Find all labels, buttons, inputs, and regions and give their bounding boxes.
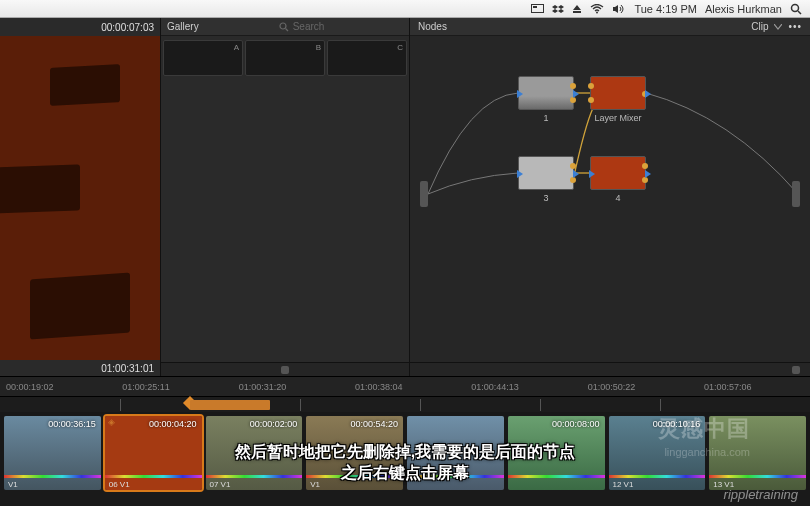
search-placeholder: Search — [293, 21, 325, 32]
ruler-tc-0: 00:00:19:02 — [6, 382, 106, 392]
eject-icon — [572, 4, 582, 14]
screen-icon — [531, 4, 544, 14]
nodes-panel: Nodes Clip ••• 1 — [410, 18, 810, 376]
ruler-tc-1: 01:00:25:11 — [122, 382, 222, 392]
gallery-resize-handle[interactable] — [281, 366, 289, 374]
menubar-user[interactable]: Alexis Hurkman — [705, 3, 782, 15]
clip-strip: 00:00:36:15V1 ◈00:00:04:2006 V1 00:00:02… — [0, 412, 810, 490]
ruler-tc-5: 01:00:50:22 — [588, 382, 688, 392]
clip-thumb[interactable]: 00:00:10:1612 V1 — [609, 416, 706, 490]
timeline-track[interactable] — [0, 396, 810, 412]
svg-line-4 — [798, 11, 801, 14]
gallery-panel: Gallery Search A B C — [160, 18, 410, 376]
node-label: 1 — [518, 113, 574, 123]
menubar-time[interactable]: Tue 4:19 PM — [634, 3, 697, 15]
node-label: Layer Mixer — [590, 113, 646, 123]
clip-flag-icon: ◈ — [108, 417, 115, 427]
svg-rect-0 — [532, 4, 544, 12]
ruler-tc-4: 01:00:44:13 — [471, 382, 571, 392]
ruler-tc-6: 01:00:57:06 — [704, 382, 804, 392]
viewer-footer: 01:00:31:01 — [0, 360, 160, 376]
timeline-ruler[interactable]: 00:00:19:02 01:00:25:11 01:00:31:20 01:0… — [0, 376, 810, 396]
gallery-search[interactable]: Search — [279, 21, 325, 32]
macos-menubar: Tue 4:19 PM Alexis Hurkman — [0, 0, 810, 18]
playhead-range[interactable] — [190, 400, 270, 410]
node-layer-mixer[interactable]: Layer Mixer — [590, 76, 646, 123]
graph-input-handle[interactable] — [420, 181, 428, 207]
nodes-header: Nodes Clip ••• — [410, 18, 810, 36]
wifi-icon — [590, 4, 604, 14]
svg-line-6 — [285, 28, 288, 31]
nodes-title: Nodes — [418, 21, 447, 32]
gallery-title: Gallery — [167, 21, 199, 32]
node-graph[interactable]: 1 Layer Mixer 3 4 — [410, 36, 810, 362]
clip-thumb-selected[interactable]: ◈00:00:04:2006 V1 — [105, 416, 202, 490]
node-label: 3 — [518, 193, 574, 203]
graph-output-handle[interactable] — [792, 181, 800, 207]
clip-thumb[interactable] — [407, 416, 504, 490]
gallery-thumbs: A B C — [161, 36, 409, 80]
node-label: 4 — [590, 193, 646, 203]
svg-rect-1 — [533, 6, 537, 8]
node-4[interactable]: 4 — [590, 156, 646, 203]
svg-point-2 — [596, 11, 598, 13]
nodes-resize-handle[interactable] — [792, 366, 800, 374]
search-icon — [279, 22, 289, 32]
gallery-still-b[interactable]: B — [245, 40, 325, 76]
viewer-header: 00:00:07:03 — [0, 18, 160, 36]
gallery-body — [161, 80, 409, 362]
volume-icon — [612, 4, 624, 14]
clip-thumb[interactable]: 13 V1 — [709, 416, 806, 490]
clip-thumb[interactable]: 00:00:54:20V1 — [306, 416, 403, 490]
spotlight-icon[interactable] — [790, 3, 802, 15]
menubar-status-icons — [531, 4, 624, 14]
nodes-footer — [410, 362, 810, 376]
svg-point-5 — [280, 23, 286, 29]
node-3[interactable]: 3 — [518, 156, 574, 203]
svg-point-3 — [792, 4, 799, 11]
clip-thumb[interactable]: 00:00:08:00 — [508, 416, 605, 490]
clip-thumb[interactable]: 00:00:36:15V1 — [4, 416, 101, 490]
gallery-still-c[interactable]: C — [327, 40, 407, 76]
viewer-panel: 00:00:07:03 01:00:31:01 — [0, 18, 160, 376]
nodes-menu-dots[interactable]: ••• — [788, 21, 802, 32]
ruler-tc-2: 01:00:31:20 — [239, 382, 339, 392]
clip-thumb[interactable]: 00:00:02:0007 V1 — [206, 416, 303, 490]
dropbox-icon — [552, 4, 564, 14]
viewer-tc-out: 01:00:31:01 — [101, 363, 154, 374]
gallery-footer — [161, 362, 409, 376]
gallery-still-a[interactable]: A — [163, 40, 243, 76]
gallery-header: Gallery Search — [161, 18, 409, 36]
chevron-down-icon — [774, 24, 782, 30]
viewer-tc-in: 00:00:07:03 — [101, 22, 154, 33]
nodes-menu[interactable]: Clip — [751, 21, 768, 32]
ruler-tc-3: 01:00:38:04 — [355, 382, 455, 392]
node-1[interactable]: 1 — [518, 76, 574, 123]
main-panels: 00:00:07:03 01:00:31:01 Gallery Search A… — [0, 18, 810, 376]
viewer-image[interactable] — [0, 36, 160, 360]
